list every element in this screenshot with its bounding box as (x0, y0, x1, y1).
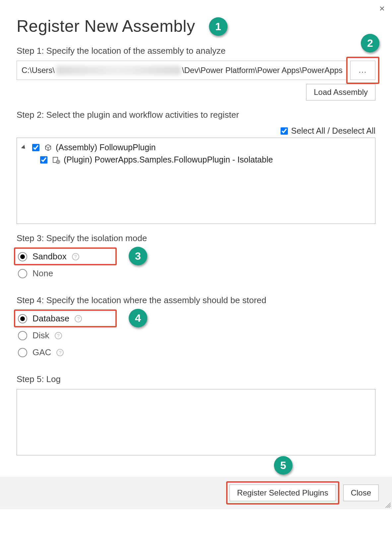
help-icon[interactable]: ? (75, 315, 82, 322)
load-assembly-button[interactable]: Load Assembly (306, 84, 375, 100)
radio-gac-label: GAC (33, 347, 51, 358)
select-all-checkbox[interactable] (281, 127, 288, 135)
radio-database-label: Database (33, 313, 69, 324)
register-assembly-dialog: × Register New Assembly 1 2 Step 1: Spec… (0, 0, 392, 509)
step2-label: Step 2: Select the plugin and workflow a… (17, 110, 375, 120)
radio-sandbox-label: Sandbox (33, 251, 67, 262)
help-icon[interactable]: ? (55, 332, 62, 339)
tree-row-assembly[interactable]: (Assembly) FollowupPlugin (22, 141, 370, 154)
path-suffix: \Dev\Power Platform\Power Apps\PowerApps (182, 66, 343, 75)
plugin-tree[interactable]: (Assembly) FollowupPlugin (Plugin) Power… (17, 138, 375, 224)
dialog-footer: 5 Register Selected Plugins Close (0, 477, 392, 509)
path-prefix: C:\Users\ (22, 66, 55, 75)
radio-icon (18, 252, 27, 261)
radio-icon (18, 269, 27, 278)
help-icon[interactable]: ? (56, 349, 64, 356)
radio-database[interactable]: Database ? (17, 310, 116, 327)
radio-disk[interactable]: Disk ? (17, 327, 116, 344)
step1-label: Step 1: Specify the location of the asse… (17, 46, 375, 56)
assembly-label: (Assembly) FollowupPlugin (56, 143, 156, 152)
assembly-checkbox[interactable] (32, 144, 39, 151)
plugin-icon (52, 156, 60, 164)
annotation-badge-1: 1 (209, 17, 228, 36)
radio-none[interactable]: None (17, 265, 116, 282)
log-textarea[interactable] (17, 389, 375, 455)
page-title: Register New Assembly (17, 17, 375, 36)
radio-none-label: None (33, 268, 53, 279)
radio-disk-label: Disk (33, 330, 49, 341)
annotation-badge-4: 4 (129, 309, 147, 327)
annotation-badge-2: 2 (361, 34, 379, 52)
close-icon[interactable]: × (379, 3, 385, 14)
plugin-checkbox[interactable] (40, 156, 47, 164)
caret-down-icon[interactable] (21, 145, 27, 150)
assembly-icon (44, 143, 52, 152)
step5-label: Step 5: Log (17, 374, 375, 384)
plugin-label: (Plugin) PowerApps.Samples.FollowupPlugi… (64, 155, 273, 165)
step4-label: Step 4: Specify the location where the a… (17, 295, 375, 305)
annotation-badge-3: 3 (129, 247, 147, 265)
close-button[interactable]: Close (343, 485, 379, 501)
browse-button[interactable]: ... (350, 61, 375, 80)
radio-gac[interactable]: GAC ? (17, 344, 116, 361)
annotation-badge-5: 5 (274, 456, 293, 475)
register-selected-plugins-button[interactable]: Register Selected Plugins (229, 485, 336, 501)
path-redacted-segment (56, 66, 181, 75)
tree-row-plugin[interactable]: (Plugin) PowerApps.Samples.FollowupPlugi… (22, 154, 370, 166)
select-all-label: Select All / Deselect All (291, 126, 375, 136)
radio-sandbox[interactable]: Sandbox ? (17, 248, 116, 265)
assembly-path-input[interactable]: C:\Users\ \Dev\Power Platform\Power Apps… (17, 61, 348, 80)
resize-grip-icon[interactable] (385, 502, 391, 508)
radio-icon (18, 348, 27, 357)
radio-icon (18, 314, 27, 323)
step3-label: Step 3: Specify the isolation mode (17, 233, 375, 243)
help-icon[interactable]: ? (72, 253, 79, 260)
radio-icon (18, 331, 27, 340)
